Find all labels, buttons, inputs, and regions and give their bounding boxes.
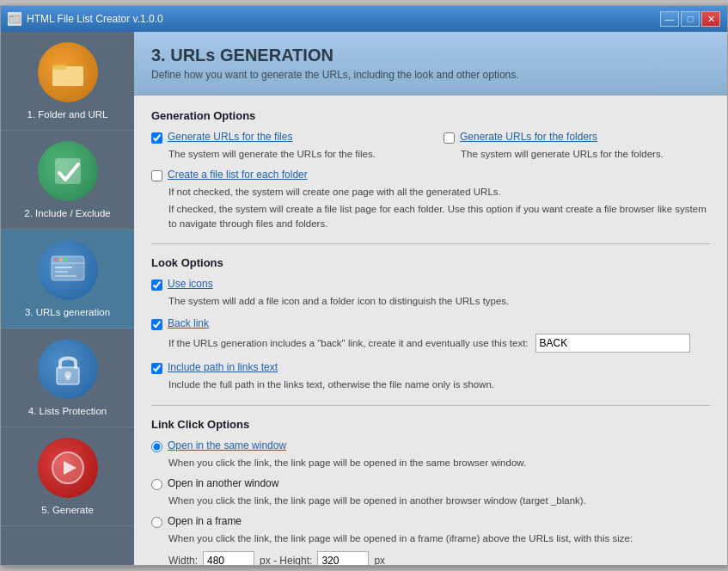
close-button[interactable]: ✕	[701, 11, 720, 27]
svg-rect-16	[66, 375, 70, 380]
create-file-list-checkbox[interactable]	[151, 170, 162, 181]
open-same-window-radio[interactable]	[151, 441, 162, 452]
create-file-list-row: Create a file list for each folder	[151, 169, 710, 181]
include-path-checkbox[interactable]	[151, 363, 162, 374]
app-icon	[8, 12, 21, 26]
create-file-list-label[interactable]: Create a file list for each folder	[168, 169, 308, 181]
minimize-button[interactable]: —	[660, 11, 679, 27]
open-same-window-row: Open in the same window	[151, 439, 710, 452]
back-link-label[interactable]: Back link	[168, 317, 209, 329]
px-end-label: px	[374, 555, 385, 565]
svg-point-10	[64, 258, 68, 261]
main-header: 3. URLs GENERATION Define how you want t…	[134, 32, 727, 95]
title-bar: HTML File List Creator v.1.0.0 — □ ✕	[1, 6, 727, 32]
frame-height-input[interactable]	[317, 551, 369, 565]
use-icons-desc: The system will add a file icon and a fo…	[168, 294, 710, 309]
generate-urls-files-label[interactable]: Generate URLs for the files	[168, 131, 292, 143]
generate-urls-folders-desc: The system will generate URLs for the fo…	[461, 147, 710, 162]
link-click-options-section: Link Click Options Open in the same wind…	[151, 418, 710, 566]
svg-point-9	[59, 258, 63, 261]
divider-2	[151, 405, 710, 406]
open-in-frame-label[interactable]: Open in a frame	[168, 515, 242, 527]
create-file-list-block: Create a file list for each folder If no…	[151, 169, 710, 231]
back-link-block: Back link If the URLs generation include…	[151, 317, 710, 353]
sidebar: 1. Folder and URL 2. Include / Exclude	[1, 32, 134, 565]
title-bar-controls: — □ ✕	[660, 11, 720, 27]
back-link-checkbox[interactable]	[151, 319, 162, 330]
sidebar-item-urls-generation[interactable]: 3. URLs generation	[1, 230, 134, 328]
sidebar-label-folder-url: 1. Folder and URL	[28, 109, 108, 120]
px-between-label: px - Height:	[260, 555, 312, 565]
sidebar-item-generate[interactable]: 5. Generate	[1, 427, 134, 526]
app-window: HTML File List Creator v.1.0.0 — □ ✕ 1. …	[0, 5, 728, 566]
main-panel: 3. URLs GENERATION Define how you want t…	[134, 32, 727, 565]
link-click-options-title: Link Click Options	[151, 418, 710, 431]
create-file-list-desc2: If checked, the system will create a fil…	[168, 202, 710, 232]
main-body: Generation Options Generate URLs for the…	[134, 95, 727, 565]
include-path-row: Include path in links text	[151, 361, 710, 374]
generation-options-section: Generation Options Generate URLs for the…	[151, 109, 710, 231]
folder-icon	[38, 42, 98, 102]
generate-urls-files-checkbox[interactable]	[151, 132, 162, 144]
sidebar-item-include-exclude[interactable]: 2. Include / Exclude	[1, 131, 134, 230]
window-title: HTML File List Creator v.1.0.0	[27, 13, 163, 25]
width-label: Width:	[168, 555, 198, 565]
use-icons-row: Use icons	[151, 278, 710, 291]
open-in-frame-row: Open in a frame	[151, 515, 710, 528]
include-path-block: Include path in links text Include the f…	[151, 361, 710, 392]
open-in-frame-desc: When you click the link, the link page w…	[168, 531, 710, 546]
generation-options-title: Generation Options	[151, 109, 710, 122]
use-icons-checkbox[interactable]	[151, 279, 162, 291]
divider-1	[151, 243, 710, 244]
content-area: 1. Folder and URL 2. Include / Exclude	[1, 32, 727, 565]
lock-icon	[38, 339, 98, 399]
play-icon	[38, 438, 98, 498]
generate-urls-folders-block: Generate URLs for the folders The system…	[444, 131, 710, 162]
svg-rect-13	[55, 275, 76, 277]
maximize-button[interactable]: □	[681, 11, 700, 27]
open-in-frame-radio[interactable]	[151, 517, 162, 528]
svg-point-8	[54, 258, 58, 261]
look-options-section: Look Options Use icons The system will a…	[151, 256, 710, 393]
sidebar-label-generate: 5. Generate	[41, 505, 94, 515]
open-another-window-radio[interactable]	[151, 479, 162, 490]
sidebar-label-lists-protection: 4. Lists Protection	[28, 406, 107, 416]
svg-rect-11	[55, 267, 72, 268]
main-title: 3. URLs GENERATION	[151, 46, 710, 65]
back-link-desc: If the URLs generation includes a "back"…	[168, 336, 529, 351]
svg-rect-5	[55, 158, 81, 184]
title-bar-left: HTML File List Creator v.1.0.0	[8, 12, 163, 26]
urls-icon	[38, 240, 98, 300]
generate-urls-folders-checkbox[interactable]	[444, 132, 455, 144]
look-options-title: Look Options	[151, 256, 710, 269]
include-path-label[interactable]: Include path in links text	[168, 361, 278, 373]
sidebar-label-include-exclude: 2. Include / Exclude	[24, 208, 110, 218]
back-link-input[interactable]	[535, 334, 690, 353]
open-another-window-block: Open in another window When you click th…	[151, 477, 710, 508]
use-icons-label[interactable]: Use icons	[168, 278, 213, 290]
open-same-window-label[interactable]: Open in the same window	[168, 439, 286, 451]
generate-urls-files-block: Generate URLs for the files The system w…	[151, 131, 418, 162]
generation-options-row: Generate URLs for the files The system w…	[151, 131, 710, 162]
include-path-desc: Include the full path in the links text,…	[168, 378, 710, 392]
generate-urls-folders-row: Generate URLs for the folders	[444, 131, 710, 144]
generate-urls-files-row: Generate URLs for the files	[151, 131, 418, 144]
open-in-frame-block: Open in a frame When you click the link,…	[151, 515, 710, 565]
sidebar-item-folder-url[interactable]: 1. Folder and URL	[1, 32, 134, 131]
generate-urls-files-desc: The system will generate the URLs for th…	[168, 147, 418, 162]
check-icon	[38, 141, 98, 201]
open-another-window-desc: When you click the link, the link page w…	[168, 494, 710, 508]
svg-rect-12	[55, 271, 68, 273]
open-same-window-desc: When you click the link, the link page w…	[168, 456, 710, 470]
frame-width-input[interactable]	[203, 551, 254, 565]
sidebar-label-urls-generation: 3. URLs generation	[25, 307, 110, 317]
generate-urls-folders-label[interactable]: Generate URLs for the folders	[460, 131, 597, 143]
main-subtitle: Define how you want to generate the URLs…	[151, 69, 710, 81]
open-another-window-label[interactable]: Open in another window	[168, 477, 278, 489]
frame-size-row: Width: px - Height: px	[168, 551, 710, 565]
back-link-input-row: If the URLs generation includes a "back"…	[168, 334, 710, 353]
create-file-list-desc1: If not checked, the system will create o…	[168, 185, 710, 200]
open-another-window-row: Open in another window	[151, 477, 710, 490]
sidebar-item-lists-protection[interactable]: 4. Lists Protection	[1, 328, 134, 427]
open-same-window-block: Open in the same window When you click t…	[151, 439, 710, 470]
